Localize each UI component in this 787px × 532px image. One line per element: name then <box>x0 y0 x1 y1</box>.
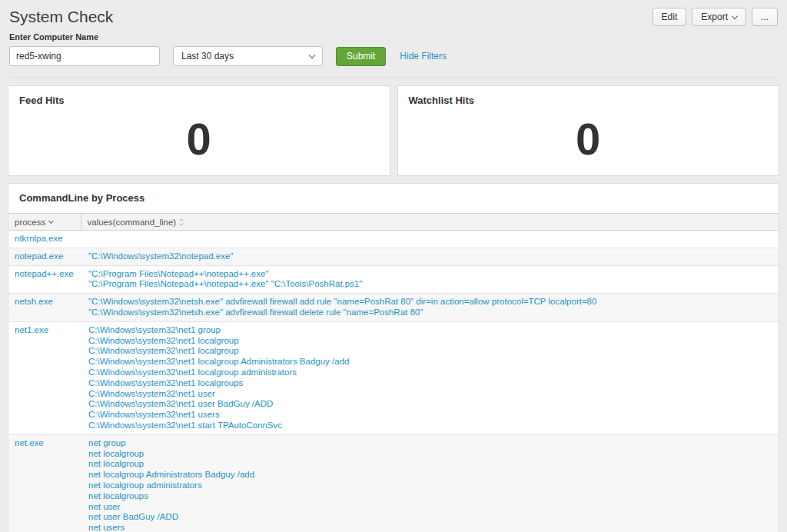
hide-filters-link[interactable]: Hide Filters <box>400 51 447 62</box>
filters-fieldset: Enter Computer Name Last 30 days Submit … <box>9 26 778 78</box>
command-line-cell[interactable]: net group <box>88 438 772 449</box>
chevron-down-icon <box>732 12 738 18</box>
command-line-cell[interactable]: net localgroup administrators <box>88 480 772 491</box>
command-line-cell[interactable]: C:\Windows\system32\net1 localgroup <box>88 336 772 347</box>
table-row: net1.exeC:\Windows\system32\net1 groupC:… <box>8 321 779 434</box>
command-line-cell[interactable]: C:\Windows\system32\net1 start TPAutoCon… <box>88 421 772 431</box>
results-table: process values(command_line) ntkrnlpa.ex… <box>8 213 779 532</box>
command-line-cell[interactable]: net localgroup <box>88 459 772 470</box>
submit-button[interactable]: Submit <box>336 47 386 66</box>
commandline-panel-title: CommandLine by Process <box>8 184 779 207</box>
computer-name-input[interactable] <box>9 46 160 66</box>
export-button-label: Export <box>701 12 728 22</box>
command-line-cell[interactable]: C:\Windows\system32\net1 localgroup <box>88 346 772 357</box>
chevron-down-icon <box>309 52 315 58</box>
command-line-cell[interactable]: net localgroup <box>88 449 772 460</box>
export-button[interactable]: Export <box>692 8 746 26</box>
command-line-cell[interactable]: "C:\Windows\system32\netsh.exe" advfirew… <box>88 297 772 308</box>
command-line-cell[interactable]: "C:\Program Files\Notepad++\notepad++.ex… <box>88 269 772 280</box>
table-row: notepad++.exe"C:\Program Files\Notepad++… <box>8 265 779 294</box>
command-line-cell[interactable]: C:\Windows\system32\net1 users <box>88 410 772 421</box>
feed-hits-title: Feed Hits <box>8 86 390 109</box>
command-line-cell[interactable]: "C:\Windows\system32\notepad.exe" <box>88 251 772 262</box>
table-row: notepad.exe"C:\Windows\system32\notepad.… <box>8 248 779 265</box>
commandline-panel: CommandLine by Process process values(co… <box>8 183 779 532</box>
computer-name-label: Enter Computer Name <box>9 32 778 42</box>
watchlist-hits-value: 0 <box>576 117 600 161</box>
column-header-values-label: values(command_line) <box>88 218 177 227</box>
column-header-process-label: process <box>15 218 45 227</box>
edit-button[interactable]: Edit <box>653 8 687 26</box>
ellipsis-icon: ... <box>761 12 769 22</box>
more-options-button[interactable]: ... <box>752 8 778 26</box>
sort-desc-icon <box>48 218 54 224</box>
dashboard-body: Feed Hits 0 Watchlist Hits 0 CommandLine… <box>0 78 787 532</box>
process-cell[interactable]: notepad.exe <box>15 251 63 261</box>
command-line-cell[interactable]: C:\Windows\system32\net1 localgroup Admi… <box>88 357 772 367</box>
watchlist-hits-panel: Watchlist Hits 0 <box>397 85 780 176</box>
command-line-cell[interactable]: net users <box>88 523 772 532</box>
command-line-cell[interactable]: net user BadGuy /ADD <box>88 512 772 523</box>
table-row: ntkrnlpa.exe <box>8 231 779 248</box>
command-line-cell[interactable]: C:\Windows\system32\net1 user BadGuy /AD… <box>88 399 772 410</box>
feed-hits-value: 0 <box>187 117 211 161</box>
command-line-cell[interactable]: net localgroups <box>88 491 772 502</box>
header-actions: Edit Export ... <box>653 6 778 26</box>
process-cell[interactable]: net.exe <box>15 438 44 447</box>
command-line-cell[interactable]: C:\Windows\system32\net1 localgroup admi… <box>88 367 772 378</box>
column-header-process[interactable]: process <box>8 214 81 231</box>
table-body: ntkrnlpa.exe notepad.exe"C:\Windows\syst… <box>8 231 779 532</box>
column-header-values[interactable]: values(command_line) <box>81 214 779 231</box>
page-title: System Check <box>9 6 113 26</box>
time-range-select[interactable]: Last 30 days <box>173 46 323 66</box>
process-cell[interactable]: netsh.exe <box>15 297 53 306</box>
sort-both-icon <box>180 219 183 225</box>
watchlist-hits-title: Watchlist Hits <box>398 86 779 109</box>
command-line-cell[interactable]: "C:\Windows\system32\netsh.exe" advfirew… <box>88 308 772 318</box>
command-line-cell[interactable]: "C:\Program Files\Notepad++\notepad++.ex… <box>88 279 772 290</box>
process-cell[interactable]: ntkrnlpa.exe <box>15 234 63 243</box>
command-line-cell[interactable]: C:\Windows\system32\net1 user <box>88 389 772 400</box>
command-line-cell[interactable]: C:\Windows\system32\net1 group <box>88 325 772 336</box>
table-row: netsh.exe"C:\Windows\system32\netsh.exe"… <box>8 294 779 322</box>
command-line-cell[interactable]: net localgroup Administrators Badguy /ad… <box>88 470 772 480</box>
edit-button-label: Edit <box>662 12 678 22</box>
table-row: net.exenet groupnet localgroupnet localg… <box>8 434 779 532</box>
command-line-cell[interactable]: net user <box>88 502 772 513</box>
dashboard-header: System Check Edit Export ... Enter Compu… <box>0 0 787 78</box>
feed-hits-panel: Feed Hits 0 <box>8 85 390 176</box>
time-range-selected-label: Last 30 days <box>181 51 234 62</box>
process-cell[interactable]: notepad++.exe <box>15 269 74 278</box>
command-line-cell[interactable]: C:\Windows\system32\net1 localgroups <box>88 378 772 389</box>
process-cell[interactable]: net1.exe <box>15 325 48 334</box>
